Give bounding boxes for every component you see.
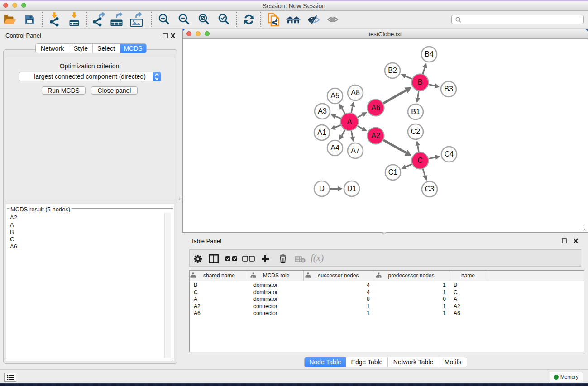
- svg-text:A: A: [347, 118, 352, 125]
- svg-text:B1: B1: [411, 108, 420, 115]
- svg-text:C4: C4: [445, 150, 454, 158]
- svg-text:B4: B4: [425, 50, 434, 58]
- svg-text:A6: A6: [371, 104, 380, 111]
- svg-text:D1: D1: [347, 185, 357, 192]
- svg-text:D: D: [319, 185, 325, 192]
- svg-text:C2: C2: [411, 128, 421, 135]
- svg-text:B3: B3: [444, 85, 453, 93]
- svg-text:A4: A4: [330, 144, 339, 152]
- svg-text:A3: A3: [318, 107, 327, 115]
- svg-text:A1: A1: [317, 129, 326, 136]
- svg-text:A2: A2: [371, 132, 380, 139]
- svg-text:C3: C3: [425, 185, 435, 193]
- svg-text:B: B: [418, 78, 423, 86]
- svg-text:C: C: [417, 157, 423, 164]
- svg-text:A5: A5: [330, 92, 339, 100]
- svg-text:A8: A8: [351, 89, 360, 96]
- svg-text:C1: C1: [388, 168, 398, 176]
- svg-text:A7: A7: [351, 147, 360, 154]
- svg-text:B2: B2: [388, 67, 397, 74]
